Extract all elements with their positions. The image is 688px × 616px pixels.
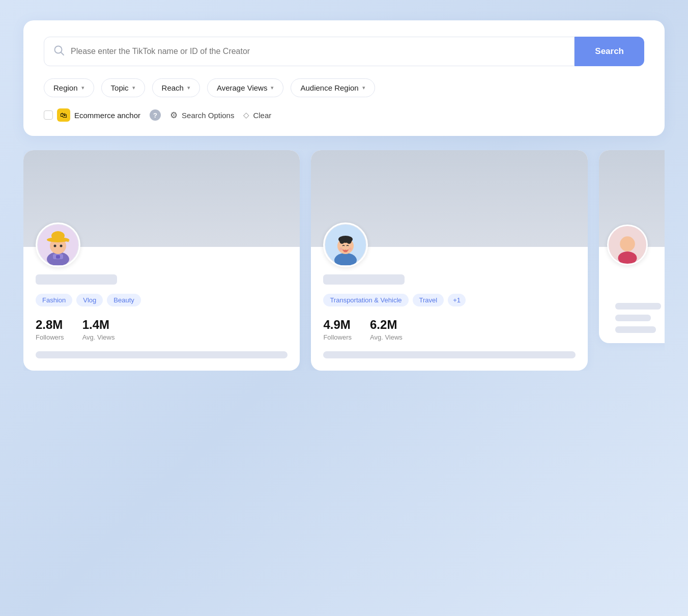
- avg-views-label-1: Avg. Views: [82, 333, 115, 341]
- chevron-down-icon: ▾: [362, 85, 365, 91]
- search-panel: Search Region ▾ Topic ▾ Reach ▾ Average …: [23, 20, 665, 136]
- svg-point-20: [349, 247, 352, 250]
- avg-views-value-1: 1.4M: [82, 318, 115, 332]
- tag-transportation[interactable]: Transportation & Vehicle: [323, 294, 408, 306]
- ecommerce-label: Ecommerce anchor: [74, 111, 140, 120]
- action-bar-1: [36, 351, 288, 358]
- avatar-3: [607, 225, 648, 265]
- avg-views-stat-1: 1.4M Avg. Views: [82, 318, 115, 341]
- svg-point-7: [51, 231, 65, 240]
- tag-fashion[interactable]: Fashion: [36, 294, 72, 306]
- reach-label: Reach: [162, 83, 184, 92]
- avatar-wrapper-2: [323, 222, 575, 267]
- tag-beauty[interactable]: Beauty: [107, 294, 140, 306]
- partial-bar-1: [615, 303, 661, 310]
- svg-point-23: [618, 251, 637, 265]
- chevron-down-icon: ▾: [81, 85, 84, 91]
- region-filter[interactable]: Region ▾: [44, 78, 94, 97]
- clear-button[interactable]: ◇ Clear: [243, 110, 271, 120]
- tag-travel[interactable]: Travel: [413, 294, 444, 306]
- svg-line-1: [61, 52, 64, 55]
- checkbox-box: [44, 110, 53, 120]
- svg-point-18: [343, 250, 348, 253]
- svg-rect-11: [56, 255, 60, 259]
- creator-card-1[interactable]: ★ Fashion Vlog Beauty 2.8M Followers: [23, 150, 300, 371]
- tag-vlog[interactable]: Vlog: [76, 294, 103, 306]
- stats-row-2: 4.9M Followers 6.2M Avg. Views: [323, 318, 575, 341]
- card-body-2: Transportation & Vehicle Travel +1 4.9M …: [311, 222, 587, 371]
- action-bar-2: [323, 351, 575, 358]
- topic-filter[interactable]: Topic ▾: [101, 78, 145, 97]
- followers-stat-2: 4.9M Followers: [323, 318, 352, 341]
- avatar-2: [323, 222, 368, 267]
- partial-bars: [607, 272, 665, 343]
- avg-views-value-2: 6.2M: [370, 318, 403, 332]
- ecommerce-icon: 🛍: [57, 108, 70, 122]
- svg-point-9: [60, 245, 63, 247]
- ecommerce-anchor-checkbox[interactable]: 🛍 Ecommerce anchor: [44, 108, 140, 122]
- followers-value-1: 2.8M: [36, 318, 64, 332]
- main-container: Search Region ▾ Topic ▾ Reach ▾ Average …: [23, 20, 665, 371]
- svg-text:★: ★: [66, 238, 70, 243]
- search-row: Search: [44, 37, 644, 66]
- tags-row-2: Transportation & Vehicle Travel +1: [323, 294, 575, 306]
- search-options-label: Search Options: [182, 111, 234, 120]
- svg-point-8: [54, 245, 56, 247]
- clear-label: Clear: [253, 111, 271, 120]
- card-body-1: ★ Fashion Vlog Beauty 2.8M Followers: [23, 222, 300, 371]
- average-views-filter[interactable]: Average Views ▾: [207, 78, 284, 97]
- svg-point-22: [620, 236, 635, 251]
- search-input[interactable]: [71, 47, 565, 56]
- diamond-icon: ◇: [243, 110, 249, 120]
- followers-label-2: Followers: [323, 333, 352, 341]
- options-row: 🛍 Ecommerce anchor ? ⚙ Search Options ◇ …: [44, 108, 644, 122]
- search-input-wrapper: [44, 37, 575, 66]
- avatar-wrapper-1: ★: [36, 222, 288, 267]
- help-icon[interactable]: ?: [150, 109, 161, 121]
- svg-point-19: [339, 247, 342, 250]
- svg-point-16: [339, 238, 345, 244]
- cards-row: ★ Fashion Vlog Beauty 2.8M Followers: [23, 150, 665, 371]
- search-options-button[interactable]: ⚙ Search Options: [170, 110, 234, 121]
- partial-bar-2: [615, 315, 651, 321]
- chevron-down-icon: ▾: [271, 85, 274, 91]
- topic-label: Topic: [111, 83, 129, 92]
- audience-region-filter[interactable]: Audience Region ▾: [291, 78, 375, 97]
- followers-value-2: 4.9M: [323, 318, 352, 332]
- avg-views-label-2: Avg. Views: [370, 333, 403, 341]
- partial-bar-3: [615, 326, 656, 333]
- avatar-1: ★: [36, 222, 80, 267]
- followers-stat-1: 2.8M Followers: [36, 318, 64, 341]
- search-icon: [53, 45, 65, 58]
- creator-name-bar-1: [36, 274, 117, 285]
- svg-point-17: [347, 238, 352, 244]
- chevron-down-icon: ▾: [132, 85, 135, 91]
- audience-region-label: Audience Region: [300, 83, 358, 92]
- avg-views-stat-2: 6.2M Avg. Views: [370, 318, 403, 341]
- average-views-label: Average Views: [217, 83, 268, 92]
- tag-plus[interactable]: +1: [448, 294, 466, 306]
- search-button[interactable]: Search: [575, 37, 644, 66]
- stats-row-1: 2.8M Followers 1.4M Avg. Views: [36, 318, 288, 341]
- followers-label-1: Followers: [36, 333, 64, 341]
- filter-row: Region ▾ Topic ▾ Reach ▾ Average Views ▾…: [44, 78, 644, 97]
- creator-card-2[interactable]: Transportation & Vehicle Travel +1 4.9M …: [311, 150, 587, 371]
- sliders-icon: ⚙: [170, 110, 178, 121]
- tags-row-1: Fashion Vlog Beauty: [36, 294, 288, 306]
- reach-filter[interactable]: Reach ▾: [152, 78, 200, 97]
- chevron-down-icon: ▾: [187, 85, 190, 91]
- creator-card-3-partial[interactable]: [599, 150, 665, 343]
- creator-name-bar-2: [323, 274, 405, 285]
- region-label: Region: [53, 83, 78, 92]
